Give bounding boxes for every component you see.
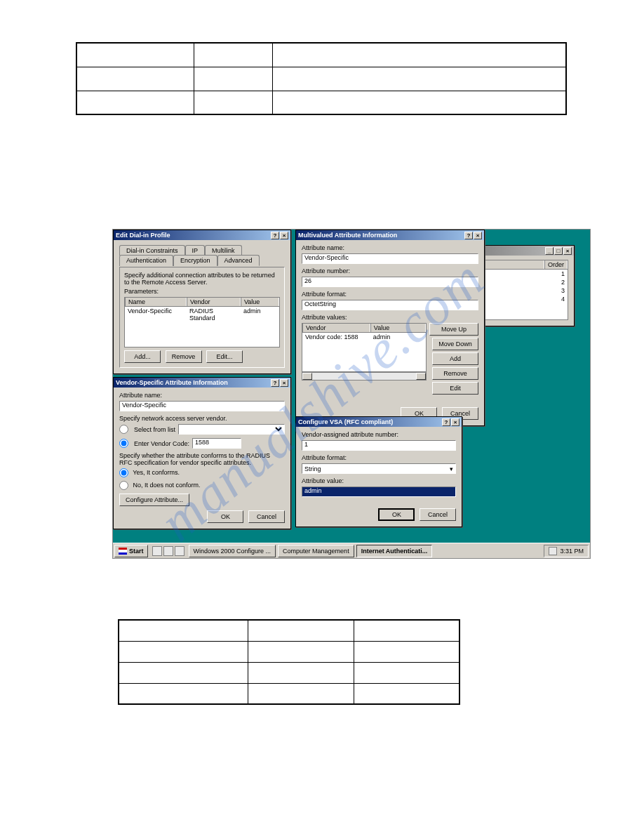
task-windows-2000-configure[interactable]: Windows 2000 Configure ... <box>189 545 276 557</box>
system-tray: 3:31 PM <box>544 545 589 557</box>
configure-vsa-window: Configure VSA (RFC compliant) ? × Vendor… <box>295 416 462 527</box>
task-computer-management[interactable]: Computer Management <box>278 545 354 557</box>
help-button[interactable]: ? <box>271 379 279 387</box>
start-label: Start <box>129 548 144 555</box>
vsa-info-title: Vendor-Specific Attribute Information <box>116 379 228 386</box>
desktop-icon[interactable] <box>152 546 162 556</box>
vsa-fmt-select[interactable]: String ▾ <box>302 463 456 474</box>
attr-name-field: Vendor-Specific <box>119 401 285 411</box>
tab-multilink[interactable]: Multilink <box>205 245 242 256</box>
minimize-button[interactable]: _ <box>545 247 554 255</box>
cancel-button[interactable]: Cancel <box>420 508 456 521</box>
attr-fmt-field: OctetString <box>302 300 478 310</box>
outlook-icon[interactable] <box>175 546 185 556</box>
attr-name-label: Attribute name: <box>119 392 285 399</box>
help-button[interactable]: ? <box>442 418 450 426</box>
bg-window-titlebar: _ □ × <box>470 246 574 256</box>
help-button[interactable]: ? <box>271 232 279 239</box>
multivalued-window: Multivalued Attribute Information ? × At… <box>295 230 485 426</box>
tab-encryption[interactable]: Encryption <box>173 255 217 266</box>
enter-vendor-code-radio[interactable] <box>119 439 128 448</box>
hscrollbar[interactable] <box>302 372 427 380</box>
vendor-list-select[interactable] <box>178 424 285 435</box>
attr-values-list[interactable]: Vendor Value Vendor code: 1588 admin <box>302 323 427 372</box>
multi-title: Multivalued Attribute Information <box>298 232 397 239</box>
no-conform-radio[interactable] <box>119 481 128 490</box>
vsa-info-window: Vendor-Specific Attribute Information ? … <box>113 377 291 529</box>
dialin-profile-window: Edit Dial-in Profile ? × Dial-in Constra… <box>113 230 291 374</box>
configure-vsa-title: Configure VSA (RFC compliant) <box>298 418 393 425</box>
parameters-list[interactable]: Name Vendor Value Vendor-Specific RADIUS… <box>124 297 280 348</box>
parameters-label: Parameters: <box>124 288 280 295</box>
col-vendor: Vendor <box>302 324 370 332</box>
cancel-button[interactable]: Cancel <box>248 510 285 523</box>
dialin-instruction: Specify additional connection attributes… <box>124 272 280 286</box>
vendor-code-field[interactable]: 1588 <box>192 438 241 449</box>
attr-name-label: Attribute name: <box>302 244 478 251</box>
table-row[interactable]: Vendor code: 1588 admin <box>302 333 426 341</box>
attr-num-field: 26 <box>302 277 478 287</box>
attr-name-field: Vendor-Specific <box>302 253 478 264</box>
order-value: 1 <box>558 270 568 278</box>
ok-button[interactable]: OK <box>207 510 243 523</box>
ie-icon[interactable] <box>163 546 173 556</box>
bg-window: _ □ × Order 1 2 3 4 <box>469 245 575 326</box>
task-internet-authentication[interactable]: Internet Authenticati... <box>356 545 433 557</box>
remove-button[interactable]: Remove <box>166 350 202 363</box>
tab-ip[interactable]: IP <box>185 245 206 256</box>
order-header: Order <box>544 260 568 269</box>
vsa-val-label: Attribute value: <box>302 477 456 484</box>
yes-conforms-radio[interactable] <box>119 468 128 477</box>
attr-values-label: Attribute values: <box>302 314 478 321</box>
vsa-fmt-label: Attribute format: <box>302 454 456 461</box>
no-conform-label: No, It does not conform. <box>133 482 201 489</box>
tab-authentication[interactable]: Authentication <box>119 255 173 266</box>
vsa-info-titlebar[interactable]: Vendor-Specific Attribute Information ? … <box>114 378 290 388</box>
close-button[interactable]: × <box>563 247 572 255</box>
close-button[interactable]: × <box>451 418 459 426</box>
configure-attribute-button[interactable]: Configure Attribute... <box>119 494 189 506</box>
screenshot-desktop: _ □ × Order 1 2 3 4 Edit Dial-in Profile… <box>112 229 591 559</box>
tab-advanced[interactable]: Advanced <box>217 255 260 266</box>
dialin-title: Edit Dial-in Profile <box>116 232 170 239</box>
yes-conforms-label: Yes, It conforms. <box>133 469 180 476</box>
bottom-table <box>118 619 460 705</box>
select-from-list-radio[interactable] <box>119 425 128 434</box>
help-button[interactable]: ? <box>464 232 473 239</box>
clock: 3:31 PM <box>560 548 584 555</box>
move-down-button[interactable]: Move Down <box>432 338 478 350</box>
move-up-button[interactable]: Move Up <box>429 323 478 336</box>
tray-icon[interactable] <box>549 547 557 555</box>
table-row[interactable]: Vendor-Specific RADIUS Standard admin <box>125 307 279 322</box>
attr-fmt-label: Attribute format: <box>302 291 478 298</box>
chevron-down-icon: ▾ <box>450 465 453 472</box>
vsa-val-field[interactable]: admin <box>302 486 456 497</box>
enter-vendor-code-label: Enter Vendor Code: <box>134 440 189 447</box>
conform-instruction: Specify whether the attribute conforms t… <box>119 452 285 466</box>
vsa-num-field[interactable]: 1 <box>302 440 456 451</box>
attr-num-label: Attribute number: <box>302 267 478 274</box>
col-name: Name <box>125 298 187 306</box>
order-value: 2 <box>558 278 568 286</box>
quick-launch <box>150 546 187 556</box>
tab-dialin-constraints[interactable]: Dial-in Constraints <box>119 245 185 256</box>
ok-button[interactable]: OK <box>378 508 415 521</box>
dialin-titlebar[interactable]: Edit Dial-in Profile ? × <box>114 230 290 240</box>
close-button[interactable]: × <box>280 232 288 239</box>
col-value: Value <box>241 298 279 306</box>
multi-titlebar[interactable]: Multivalued Attribute Information ? × <box>296 230 484 240</box>
remove-button[interactable]: Remove <box>432 367 478 380</box>
order-value: 4 <box>558 295 568 303</box>
vsa-num-label: Vendor-assigned attribute number: <box>302 431 456 438</box>
vendor-instruction: Specify network access server vendor. <box>119 415 285 422</box>
start-button[interactable]: Start <box>114 545 148 557</box>
edit-button[interactable]: Edit... <box>206 350 243 363</box>
configure-vsa-titlebar[interactable]: Configure VSA (RFC compliant) ? × <box>296 417 462 427</box>
add-button[interactable]: Add <box>432 352 478 365</box>
add-button[interactable]: Add... <box>124 350 161 363</box>
col-value: Value <box>370 324 426 332</box>
maximize-button[interactable]: □ <box>554 247 563 255</box>
close-button[interactable]: × <box>474 232 482 239</box>
edit-button[interactable]: Edit <box>432 382 478 395</box>
close-button[interactable]: × <box>280 379 288 387</box>
